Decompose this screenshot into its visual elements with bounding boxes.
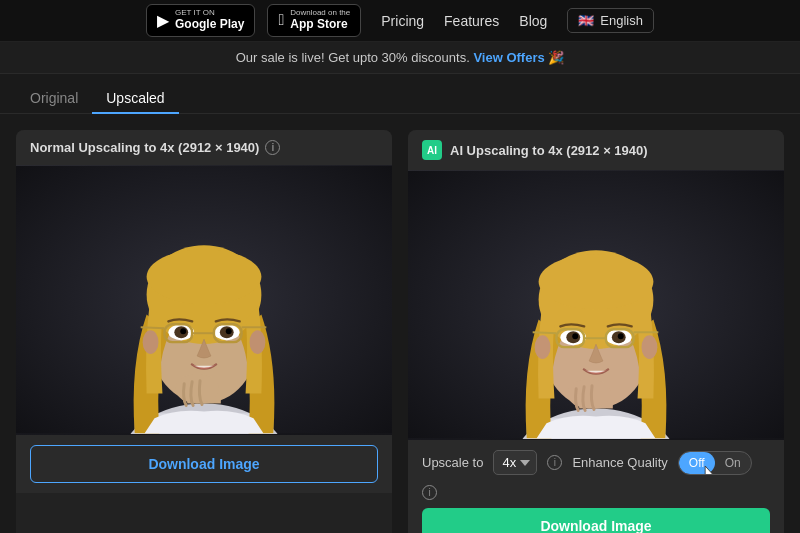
sale-text: Our sale is live! Get upto 30% discounts… [236, 50, 470, 65]
view-offers-link[interactable]: View Offers [473, 50, 544, 65]
enhance-info-icon[interactable]: i [422, 485, 437, 500]
google-play-label: Google Play [175, 17, 244, 31]
sale-emoji: 🎉 [548, 50, 564, 65]
normal-info-icon[interactable]: i [265, 140, 280, 155]
ai-panel-footer: Upscale to 4x 1x 2x 8x i Enhance Quality… [408, 440, 784, 533]
ai-image-svg [408, 171, 784, 438]
google-play-prelabel: GET IT ON [175, 9, 244, 17]
upscale-info-icon[interactable]: i [547, 455, 562, 470]
tabs: Original Upscaled [0, 74, 800, 114]
svg-point-28 [535, 336, 551, 360]
svg-point-27 [539, 255, 654, 310]
svg-line-39 [533, 333, 557, 334]
tab-original[interactable]: Original [16, 84, 92, 114]
normal-panel-footer: Download Image [16, 435, 392, 493]
nav-features[interactable]: Features [444, 13, 499, 29]
ai-panel-title: AI Upscaling to 4x (2912 × 1940) [450, 143, 648, 158]
app-store-button[interactable]:  Download on the App Store [267, 4, 361, 36]
upscale-to-label: Upscale to [422, 455, 483, 470]
svg-point-20 [175, 374, 219, 404]
app-store-label: App Store [290, 17, 350, 31]
normal-upscale-image [16, 165, 392, 435]
normal-upscale-panel: Normal Upscaling to 4x (2912 × 1940) i [16, 130, 392, 533]
normal-download-button[interactable]: Download Image [30, 445, 378, 483]
svg-line-18 [141, 328, 165, 329]
svg-point-29 [642, 336, 658, 360]
app-store-prelabel: Download on the [290, 9, 350, 17]
toggle-on-button[interactable]: On [715, 452, 751, 474]
svg-point-34 [572, 334, 578, 340]
apple-icon:  [278, 11, 284, 29]
nav-pricing[interactable]: Pricing [381, 13, 424, 29]
ai-download-button[interactable]: Download Image [422, 508, 770, 533]
svg-point-6 [147, 250, 262, 305]
enhance-quality-label: Enhance Quality [572, 455, 667, 470]
normal-image-svg [16, 166, 392, 433]
upscale-select[interactable]: 4x 1x 2x 8x [493, 450, 537, 475]
ai-upscale-panel: AI AI Upscaling to 4x (2912 × 1940) [408, 130, 784, 533]
svg-point-7 [143, 331, 159, 355]
sale-banner: Our sale is live! Get upto 30% discounts… [0, 42, 800, 74]
toggle-off-button[interactable]: Off [679, 452, 715, 474]
svg-point-41 [567, 379, 611, 409]
main-content: Normal Upscaling to 4x (2912 × 1940) i [0, 114, 800, 533]
ai-panel-controls: Upscale to 4x 1x 2x 8x i Enhance Quality… [422, 450, 770, 500]
google-play-icon: ▶ [157, 11, 169, 30]
svg-point-13 [180, 329, 186, 335]
normal-panel-header: Normal Upscaling to 4x (2912 × 1940) i [16, 130, 392, 165]
navbar: ▶ GET IT ON Google Play  Download on th… [0, 0, 800, 42]
flag-icon: 🇬🇧 [578, 13, 594, 28]
svg-point-14 [226, 329, 232, 335]
nav-blog[interactable]: Blog [519, 13, 547, 29]
language-button[interactable]: 🇬🇧 English [567, 8, 654, 33]
normal-panel-title: Normal Upscaling to 4x (2912 × 1940) [30, 140, 259, 155]
svg-point-8 [250, 331, 266, 355]
nav-links: Pricing Features Blog [381, 13, 547, 29]
enhance-quality-toggle[interactable]: Off On [678, 451, 752, 475]
ai-upscale-image [408, 170, 784, 440]
svg-point-35 [618, 334, 624, 340]
language-label: English [600, 13, 643, 28]
google-play-button[interactable]: ▶ GET IT ON Google Play [146, 4, 255, 36]
ai-panel-header: AI AI Upscaling to 4x (2912 × 1940) [408, 130, 784, 170]
tab-upscaled[interactable]: Upscaled [92, 84, 178, 114]
ai-badge-icon: AI [422, 140, 442, 160]
